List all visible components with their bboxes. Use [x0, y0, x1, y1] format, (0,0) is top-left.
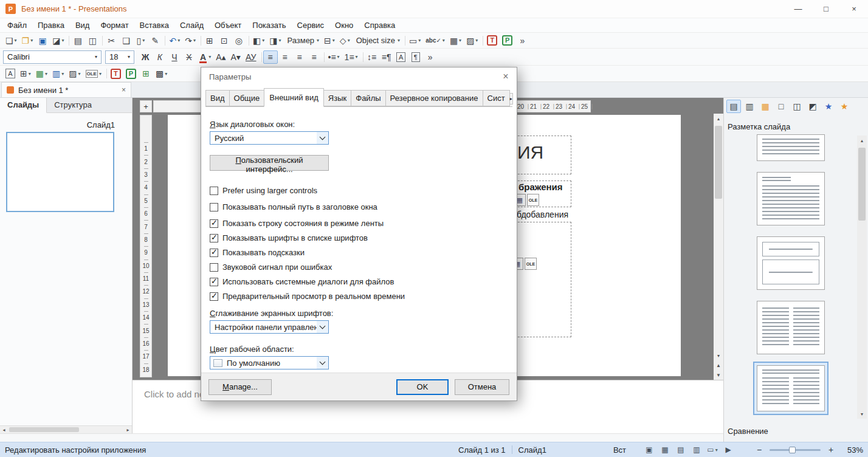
line-spacing-button[interactable]: ↕≡ ▾ — [365, 50, 379, 64]
scroll-down-icon[interactable]: ▾ — [714, 351, 723, 360]
separator[interactable]: ▾ — [360, 50, 365, 64]
insert-textframe-button[interactable]: A ▾ — [3, 67, 18, 80]
cancel-button[interactable]: Отмена — [455, 379, 509, 395]
shrink-font-button[interactable]: А▾ ▾ — [229, 50, 243, 64]
textmaker-button[interactable]: T ▾ — [484, 34, 500, 47]
search-button[interactable]: ◎ ▾ — [232, 34, 246, 47]
previous-slide-button[interactable]: ▲ — [714, 360, 723, 370]
frame-button[interactable]: ▨ ▾ — [464, 34, 480, 47]
bold-button[interactable]: Ж ▾ — [138, 50, 153, 64]
bullet-list-button[interactable]: •≡ ▾ — [326, 50, 342, 64]
goto-button[interactable]: ⊡ ▾ — [217, 34, 232, 47]
background-button[interactable]: □ — [774, 100, 788, 113]
format-overflow-button[interactable]: » ▾ — [423, 50, 438, 64]
scroll-right-icon[interactable]: ▸ — [124, 427, 132, 433]
checkbox[interactable] — [210, 263, 218, 272]
rotate-object-button[interactable]: ◇ ▾ — [337, 34, 353, 47]
font-color-button[interactable]: А ▾ — [196, 50, 213, 64]
insert-picture-button[interactable]: ▦ ▾ — [33, 67, 50, 80]
animation-button[interactable]: ◩ — [805, 100, 820, 113]
scrollbar-track[interactable] — [857, 145, 867, 409]
checkbox[interactable] — [210, 219, 218, 228]
tab-outline[interactable]: Структура — [47, 98, 99, 112]
cut-button[interactable]: ✂ ▾ — [104, 34, 119, 47]
layout-pane-button[interactable]: ▤ — [726, 100, 741, 113]
separator[interactable]: ▾ — [162, 34, 167, 47]
canvas-vertical-scrollbar[interactable]: ▴ ▾ ▲ ▼ — [714, 114, 723, 380]
grow-font-button[interactable]: А▴ ▾ — [213, 50, 228, 64]
font-name-select[interactable]: Calibri ▾ — [3, 50, 102, 64]
zoom-slider-thumb[interactable] — [789, 447, 796, 453]
separator[interactable]: ▾ — [198, 34, 202, 47]
underline-button[interactable]: Ч ▾ — [167, 50, 182, 64]
option-checkbox-row[interactable]: Показывать подсказки — [210, 247, 508, 258]
paragraph-dialog-button[interactable]: ¶ ▾ — [408, 50, 423, 64]
option-checkbox-row[interactable]: Prefer using larger controls — [210, 185, 508, 196]
checkbox[interactable] — [210, 278, 218, 286]
ok-button[interactable]: OK — [396, 379, 449, 395]
scroll-up-icon[interactable]: ▴ — [714, 114, 723, 123]
separator[interactable]: ▾ — [480, 34, 484, 47]
paste-button[interactable]: ▯ ▾ — [133, 34, 148, 47]
maximize-button[interactable]: □ — [812, 0, 840, 18]
separator[interactable]: ▾ — [66, 34, 71, 47]
object-size-menu[interactable]: Object size ▾ — [353, 34, 402, 47]
checkbox[interactable] — [210, 234, 218, 242]
design-pane-button[interactable]: ▥ — [742, 100, 757, 113]
dialog-tab-general[interactable]: Общие — [229, 90, 265, 106]
strikethrough-button[interactable]: Х ▾ — [182, 50, 196, 64]
planmaker-doc-button[interactable]: P ▾ — [123, 67, 139, 80]
align-objects-button[interactable]: ⊟ ▾ — [322, 34, 337, 47]
open-file-button[interactable]: ❐ ▾ — [19, 34, 36, 47]
separator[interactable]: ▾ — [259, 50, 263, 64]
menu-help[interactable]: Справка — [359, 19, 401, 32]
menu-edit[interactable]: Правка — [32, 19, 70, 32]
dialog-tab-system[interactable]: Сист — [483, 90, 510, 106]
menu-file[interactable]: Файл — [2, 19, 32, 32]
export-button[interactable]: ◪ ▾ — [50, 34, 66, 47]
insert-chart-button[interactable]: ▥ ▾ — [50, 67, 66, 80]
chevron-down-icon[interactable] — [317, 132, 328, 144]
favorites-blue-star-button[interactable]: ★ — [821, 100, 836, 113]
menu-format[interactable]: Формат — [95, 19, 134, 32]
close-button[interactable]: × — [840, 0, 868, 18]
ruler-origin-icon[interactable]: + — [140, 100, 152, 112]
view-notes-button[interactable]: ▤ ▾ — [673, 444, 688, 456]
color-scheme-button[interactable]: ▦ — [758, 100, 773, 113]
sidebar-scrollbar[interactable]: ▴ ▾ — [857, 136, 867, 419]
menu-view[interactable]: Вид — [70, 19, 95, 32]
start-slideshow-button[interactable]: ▶ ▾ — [721, 444, 735, 456]
new-document-button[interactable]: ❏ ▾ — [3, 34, 19, 47]
insert-worksheet-button[interactable]: ⊞ ▾ — [139, 67, 153, 80]
insert-ole-icon[interactable]: OLE — [525, 258, 537, 270]
scrollbar-track[interactable] — [8, 426, 124, 433]
separator[interactable]: ▾ — [402, 34, 407, 47]
separator[interactable]: ▾ — [246, 34, 250, 47]
menu-insert[interactable]: Вставка — [134, 19, 174, 32]
copy-button[interactable]: ❑ ▾ — [119, 34, 133, 47]
view-normal-button[interactable]: ▣ ▾ — [642, 444, 656, 456]
checkbox[interactable] — [210, 187, 218, 195]
undo-button[interactable]: ↶ ▾ — [167, 34, 182, 47]
view-mode-button[interactable]: ◧ ▾ — [250, 34, 267, 47]
manage-button[interactable]: Manage... — [208, 379, 272, 395]
slides-panel-scrollbar[interactable]: ◂ ▸ — [0, 425, 132, 433]
align-right-button[interactable]: ≡ ▾ — [292, 50, 307, 64]
checkbox[interactable] — [210, 292, 218, 301]
ui-settings-button[interactable]: Пользовательский интерфейс... — [210, 155, 329, 171]
close-icon[interactable]: × — [122, 86, 126, 94]
zoom-in-button[interactable]: + — [825, 444, 836, 455]
selection-mode-button[interactable]: ▭ ▾ — [407, 34, 423, 47]
scroll-up-icon[interactable]: ▴ — [857, 136, 867, 145]
redo-button[interactable]: ↷ ▾ — [182, 34, 198, 47]
tabs-overflow-button[interactable]: ▸ — [509, 93, 513, 105]
dialog-tab-files[interactable]: Файлы — [351, 90, 385, 106]
chevron-down-icon[interactable]: ▾ — [91, 54, 101, 60]
option-checkbox-row[interactable]: Показать строку состояния в режиме ленты — [210, 218, 508, 228]
layout-thumb-5[interactable] — [757, 365, 825, 411]
dialog-workspace-color-select[interactable]: По умолчанию — [210, 356, 329, 369]
print-button[interactable]: ▤ ▾ — [71, 34, 85, 47]
menu-object[interactable]: Объект — [209, 19, 247, 32]
planmaker-button[interactable]: P ▾ — [500, 34, 515, 47]
character-dialog-button[interactable]: А ▾ — [394, 50, 408, 64]
